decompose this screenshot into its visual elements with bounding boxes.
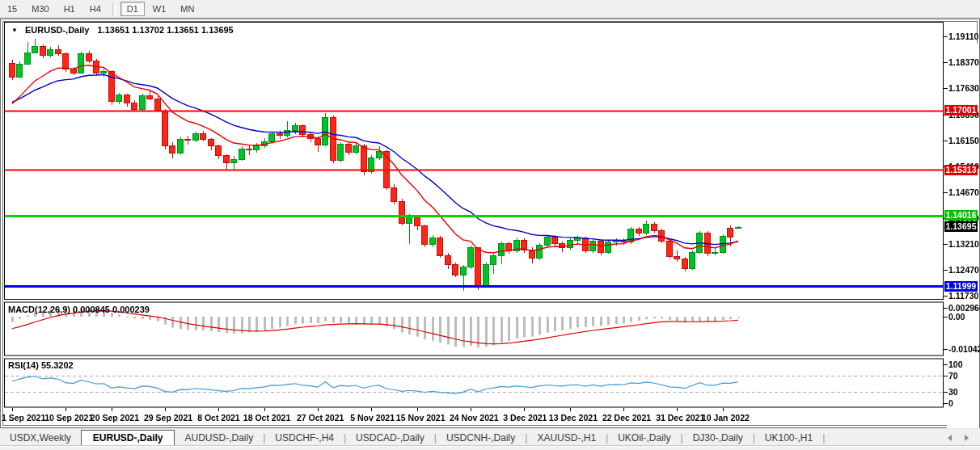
timeframe-toolbar: 15M30H1H4D1W1MN — [0, 0, 980, 18]
chart-tab-AUDUSD-Daily[interactable]: AUDUSD-,Daily — [175, 431, 263, 445]
timeframe-button-W1[interactable]: W1 — [146, 2, 173, 16]
trading-terminal: 15M30H1H4D1W1MN ▼ EURUSD-,Daily 1.13651 … — [0, 0, 980, 450]
chart-tab-XAUUSD-H1[interactable]: XAUUSD-,H1 — [527, 431, 606, 445]
timeframe-button-MN[interactable]: MN — [174, 2, 201, 16]
chart-tab-USDX-Weekly[interactable]: USDX,Weekly — [0, 431, 81, 445]
timeframe-button-D1[interactable]: D1 — [120, 2, 145, 16]
chart-tab-bar: USDX,WeeklyEURUSD-,DailyAUDUSD-,Daily|US… — [0, 428, 980, 447]
candlestick-chart-canvas[interactable] — [0, 0, 980, 450]
chart-tab-UK100-H1[interactable]: UK100-,H1 — [755, 431, 822, 445]
chart-tab-USDCAD-Daily[interactable]: USDCAD-,Daily — [346, 431, 434, 445]
chart-tab-DJ30-Daily[interactable]: DJ30-,Daily — [683, 431, 753, 445]
tab-separator: | — [822, 432, 825, 444]
chart-tab-USDCNH-Daily[interactable]: USDCNH-,Daily — [437, 431, 525, 445]
chart-tab-USDCHF-H4[interactable]: USDCHF-,H4 — [265, 431, 344, 445]
status-strip — [0, 446, 980, 450]
tab-scroll-right-button[interactable] — [965, 435, 969, 441]
tab-scroll-left-button[interactable] — [948, 435, 952, 441]
timeframe-button-M30[interactable]: M30 — [25, 2, 55, 16]
chart-tab-UKOil-Daily[interactable]: UKOil-,Daily — [608, 431, 680, 445]
timeframe-button-15[interactable]: 15 — [1, 2, 23, 16]
toolbar-separator — [112, 2, 116, 15]
timeframe-button-H1[interactable]: H1 — [57, 2, 82, 16]
timeframe-button-H4[interactable]: H4 — [83, 2, 108, 16]
chart-tab-EURUSD-Daily[interactable]: EURUSD-,Daily — [81, 430, 175, 446]
